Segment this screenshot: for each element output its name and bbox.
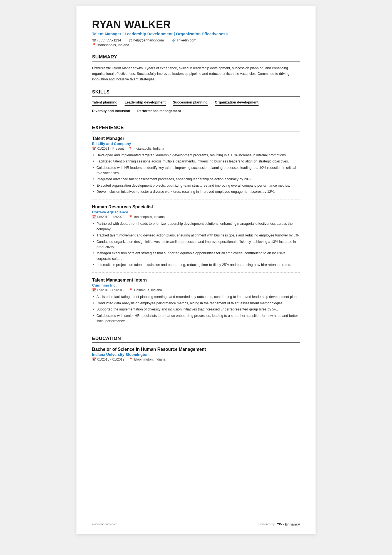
bullet-item: Led multiple projects on talent acquisit… [92,262,300,268]
page-footer: www.enhancv.com Powered by Enhancv [92,522,300,526]
bullet-item: Developed and implemented targeted leade… [92,153,300,158]
phone-contact: ☎ (555) 555-1234 [92,38,121,42]
bullet-item: Drove inclusion initiatives to foster a … [92,189,300,194]
job-bullets-0: Developed and implemented targeted leade… [92,153,300,195]
footer-brand: Powered by Enhancv [259,522,300,526]
job-title-1: Human Resources Specialist [92,204,300,209]
skill-item: Leadership development [125,100,165,106]
job-meta-1: 📅 06/2019 - 12/2020 📍 Indianapolis, Indi… [92,215,300,219]
bullet-item: Facilitated talent planning sessions acr… [92,159,300,164]
job-title-2: Talent Management Intern [92,278,300,283]
header: RYAN WALKER Talent Manager | Leadership … [92,19,300,47]
calendar-icon-2: 📅 [92,288,96,292]
job-bullets-2: Assisted in facilitating talent planning… [92,294,300,324]
bullet-item: Conducted data analysis on employee perf… [92,301,300,306]
skill-item: Talent planning [92,100,117,106]
brand-name: Enhancv [285,522,300,526]
location-icon-2: 📍 [129,288,133,292]
summary-text: Enthusiastic Talent Manager with 3 years… [92,65,300,82]
edu-degree-0: Bachelor of Science in Human Resource Ma… [92,347,300,352]
company-name-0: Eli Lilly and Company [92,142,300,146]
edu-dates-0: 📅 01/2015 - 01/2019 [92,357,124,361]
summary-title: SUMMARY [92,54,300,61]
candidate-name: RYAN WALKER [92,19,300,31]
bullet-item: Partnered with department heads to prior… [92,221,300,232]
job-bullets-1: Partnered with department heads to prior… [92,221,300,268]
bullet-item: Integrated advanced talent assessment pr… [92,177,300,182]
enhancv-icon [276,522,284,526]
bullet-item: Collaborated with senior HR specialists … [92,313,300,324]
bullet-item: Supported the implementation of diversit… [92,307,300,312]
skill-item: Organization development [215,100,259,106]
job-location-2: 📍 Columbus, Indiana [129,288,162,292]
bullet-item: Assisted in facilitating talent planning… [92,294,300,300]
job-block-1: Human Resources Specialist Corteva Agris… [92,204,300,273]
calendar-icon-0: 📅 [92,147,96,151]
email-contact: @ help@enhancv.com [129,38,164,42]
experience-title: EXPERIENCE [92,125,300,132]
company-name-2: Cummins Inc. [92,283,300,287]
link-icon: 🔗 [172,38,176,42]
resume-page: RYAN WALKER Talent Manager | Leadership … [76,6,316,534]
job-dates-0: 📅 01/2021 - Present [92,147,124,151]
experience-section: EXPERIENCE Talent Manager Eli Lilly and … [92,125,300,329]
bullet-item: Tracked talent movement and devised acti… [92,233,300,238]
enhancv-logo: Enhancv [276,522,300,526]
location-contact: 📍 Indianapolis, Indiana [92,43,300,47]
skill-item: Performance management [137,109,181,114]
job-location-1: 📍 Indianapolis, Indiana [129,215,165,219]
phone-icon: ☎ [92,38,96,42]
linkedin-contact: 🔗 linkedin.com [172,38,196,42]
edu-block-0: Bachelor of Science in Human Resource Ma… [92,347,300,361]
location-icon-1: 📍 [129,215,133,219]
bullet-item: Conducted organization design initiative… [92,239,300,250]
job-title-0: Talent Manager [92,136,300,141]
edu-school-0: Indiana University Bloomington [92,352,300,357]
skills-section: SKILLS Talent planning Leadership develo… [92,89,300,118]
edu-location-0: 📍 Bloomington, Indiana [129,357,165,361]
candidate-subtitle: Talent Manager | Leadership Development … [92,32,300,36]
skill-item: Diversity and inclusion [92,109,130,114]
bullet-item: Managed execution of talent strategies t… [92,251,300,262]
powered-by-text: Powered by [259,522,275,526]
education-title: EDUCATION [92,336,300,343]
job-location-0: 📍 Indianapolis, Indiana [128,147,164,151]
job-dates-1: 📅 06/2019 - 12/2020 [92,215,124,219]
calendar-icon-edu: 📅 [92,357,96,361]
job-block-0: Talent Manager Eli Lilly and Company 📅 0… [92,136,300,200]
location-icon-edu: 📍 [129,357,133,361]
education-section: EDUCATION Bachelor of Science in Human R… [92,336,300,361]
footer-website: www.enhancv.com [92,522,117,526]
contact-row: ☎ (555) 555-1234 @ help@enhancv.com 🔗 li… [92,38,300,42]
job-block-2: Talent Management Intern Cummins Inc. 📅 … [92,278,300,329]
location-icon: 📍 [92,43,96,47]
skill-item: Succession planning [173,100,208,106]
job-meta-0: 📅 01/2021 - Present 📍 Indianapolis, Indi… [92,147,300,151]
skills-title: SKILLS [92,89,300,97]
job-dates-2: 📅 05/2018 - 05/2019 [92,288,124,292]
job-meta-2: 📅 05/2018 - 05/2019 📍 Columbus, Indiana [92,288,300,292]
bullet-item: Executed organization development projec… [92,183,300,188]
edu-meta-0: 📅 01/2015 - 01/2019 📍 Bloomington, India… [92,357,300,361]
bullet-item: Collaborated with HR leaders to identify… [92,165,300,176]
summary-section: SUMMARY Enthusiastic Talent Manager with… [92,54,300,82]
location-icon-0: 📍 [128,147,132,151]
email-icon: @ [129,38,132,42]
company-name-1: Corteva Agriscience [92,210,300,214]
skills-grid: Talent planning Leadership development S… [92,100,300,118]
calendar-icon-1: 📅 [92,215,96,219]
